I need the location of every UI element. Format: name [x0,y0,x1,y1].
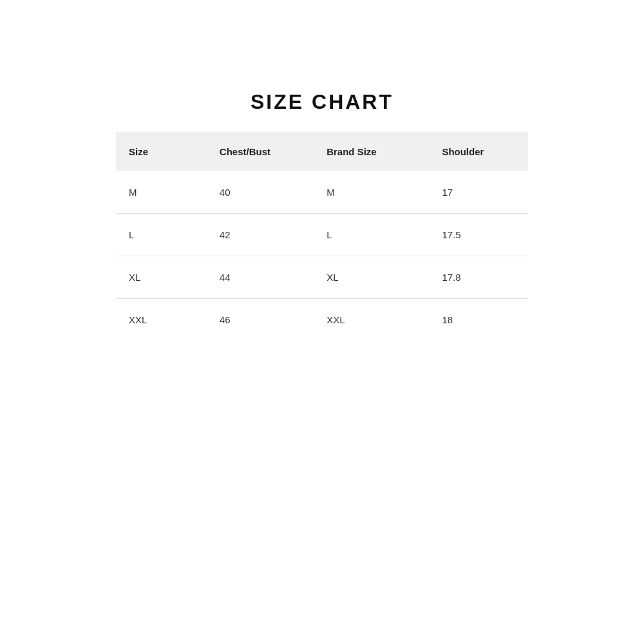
table-row: L42L17.5 [116,214,528,256]
header-brand-size: Brand Size [314,132,429,171]
size-chart-table: Size Chest/Bust Brand Size Shoulder M40M… [116,132,528,341]
table-row: XL44XL17.8 [116,256,528,299]
cell-chest_bust: 42 [207,214,314,256]
cell-shoulder: 18 [429,299,528,341]
main-container: SIZE CHART Size Chest/Bust Brand Size Sh… [116,90,528,341]
table-row: M40M17 [116,171,528,214]
cell-brand_size: XL [314,256,429,299]
header-shoulder: Shoulder [429,132,528,171]
page-title: SIZE CHART [116,90,528,114]
cell-brand_size: L [314,214,429,256]
cell-brand_size: XXL [314,299,429,341]
cell-shoulder: 17 [429,171,528,214]
header-size: Size [116,132,207,171]
cell-chest_bust: 40 [207,171,314,214]
cell-size: M [116,171,207,214]
cell-shoulder: 17.5 [429,214,528,256]
cell-size: XL [116,256,207,299]
table-header-row: Size Chest/Bust Brand Size Shoulder [116,132,528,171]
cell-chest_bust: 46 [207,299,314,341]
cell-brand_size: M [314,171,429,214]
cell-size: XXL [116,299,207,341]
cell-size: L [116,214,207,256]
table-row: XXL46XXL18 [116,299,528,341]
cell-shoulder: 17.8 [429,256,528,299]
header-chest-bust: Chest/Bust [207,132,314,171]
cell-chest_bust: 44 [207,256,314,299]
